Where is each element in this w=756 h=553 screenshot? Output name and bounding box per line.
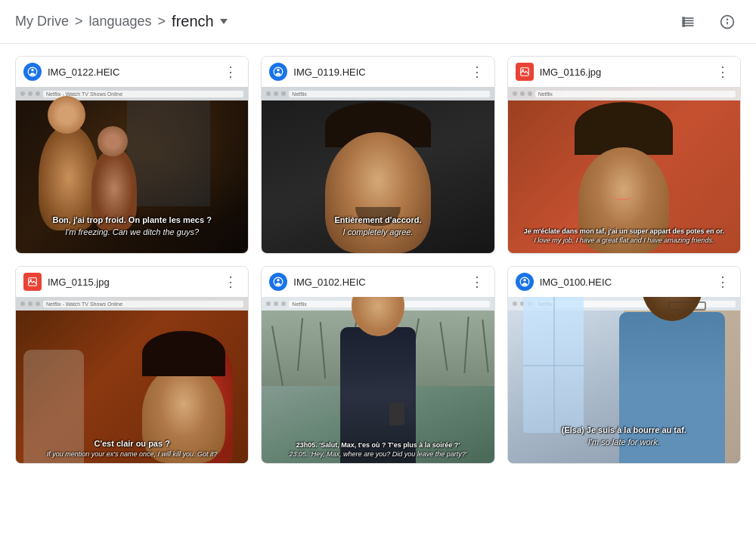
file-thumbnail: Netflix Entièrement d'accord. I complete…: [262, 87, 494, 253]
file-grid: IMG_0122.HEIC ⋮ Netflix - Watch TV Shows…: [0, 44, 756, 476]
file-name: IMG_0119.HEIC: [293, 66, 365, 78]
file-type-icon: [516, 63, 534, 81]
info-icon: [720, 14, 735, 29]
subtitle-english: I'm so late for work.: [516, 437, 733, 448]
file-card-img0122[interactable]: IMG_0122.HEIC ⋮ Netflix - Watch TV Shows…: [15, 56, 249, 254]
file-name: IMG_0100.HEIC: [540, 276, 612, 288]
subtitle-french: Je m'éclate dans mon taf, j'ai un super …: [516, 227, 733, 236]
svg-rect-5: [683, 19, 685, 21]
file-thumbnail: Netflix - Watch TV Shows Online C'est cl…: [16, 297, 248, 463]
file-card-img0116[interactable]: IMG_0116.jpg ⋮ Netflix Je m'éclate d: [507, 56, 741, 254]
svg-point-16: [522, 70, 523, 71]
subtitle-french: Entièrement d'accord.: [269, 215, 486, 226]
subtitle-french: C'est clair ou pas ?: [23, 438, 240, 450]
subtitle-english: I completely agree.: [269, 227, 486, 238]
svg-point-18: [30, 280, 32, 281]
file-thumbnail: Netflix - Watch TV Shows Online Bon, j'a…: [16, 87, 248, 253]
more-menu-button[interactable]: ⋮: [467, 63, 487, 80]
file-thumbnail: Netflix: [262, 297, 494, 463]
list-view-icon: [680, 14, 696, 29]
card-header: IMG_0119.HEIC ⋮: [262, 57, 494, 87]
more-menu-button[interactable]: ⋮: [221, 273, 240, 290]
file-card-img0100[interactable]: IMG_0100.HEIC ⋮ Netflix: [507, 266, 741, 464]
file-name: IMG_0116.jpg: [540, 66, 602, 78]
svg-point-20: [277, 279, 280, 282]
svg-point-22: [523, 279, 526, 282]
card-header: IMG_0115.jpg ⋮: [16, 267, 248, 297]
subtitle-english: If you mention your ex's name once, I wi…: [23, 450, 240, 459]
card-header: IMG_0122.HEIC ⋮: [16, 57, 248, 87]
svg-rect-6: [683, 22, 685, 24]
file-type-icon: [23, 273, 42, 291]
chevron-down-icon: [220, 19, 228, 24]
file-thumbnail: Netflix (Elsa) Je suis à la bourre au ta…: [508, 297, 740, 463]
subtitle-french: Bon, j'ai trop froid. On plante les mecs…: [23, 215, 240, 226]
breadcrumb-sep1: >: [75, 14, 83, 29]
more-menu-button[interactable]: ⋮: [713, 63, 733, 80]
subtitle-french: 23h05. 'Salut, Max, t'es où ? T'es plus …: [269, 440, 486, 450]
file-card-img0102[interactable]: IMG_0102.HEIC ⋮ Netflix: [261, 266, 494, 464]
file-type-icon: [269, 63, 287, 81]
file-name: IMG_0102.HEIC: [293, 276, 365, 288]
subtitle-english: 23:05. 'Hey, Max, where are you? Did you…: [269, 450, 486, 459]
svg-rect-7: [683, 24, 685, 26]
subtitle-french: (Elsa) Je suis à la bourre au taf.: [516, 425, 733, 436]
breadcrumb-mid[interactable]: languages: [89, 14, 152, 29]
card-header: IMG_0102.HEIC ⋮: [262, 267, 494, 297]
file-name: IMG_0115.jpg: [48, 276, 110, 288]
breadcrumb: My Drive > languages > french: [15, 13, 228, 30]
card-title-area: IMG_0115.jpg: [23, 273, 110, 291]
card-header: IMG_0100.HEIC ⋮: [508, 267, 740, 297]
file-thumbnail: Netflix Je m'éclate dans mon taf, j'ai u…: [508, 87, 740, 253]
more-menu-button[interactable]: ⋮: [221, 63, 240, 80]
card-header: IMG_0116.jpg ⋮: [508, 57, 740, 87]
svg-point-14: [277, 69, 280, 72]
card-title-area: IMG_0119.HEIC: [269, 63, 365, 81]
header: My Drive > languages > french: [0, 0, 756, 44]
svg-point-12: [31, 69, 34, 72]
info-button[interactable]: [714, 8, 741, 36]
card-title-area: IMG_0100.HEIC: [516, 273, 612, 291]
file-type-icon: [269, 273, 287, 291]
breadcrumb-current[interactable]: french: [172, 13, 228, 30]
file-type-icon: [23, 63, 42, 81]
file-card-img0119[interactable]: IMG_0119.HEIC ⋮ Netflix Entièrement d'ac…: [261, 56, 494, 254]
breadcrumb-sep2: >: [158, 14, 166, 29]
breadcrumb-root[interactable]: My Drive: [15, 14, 69, 29]
card-title-area: IMG_0116.jpg: [516, 63, 602, 81]
subtitle-english: I'm freezing. Can we ditch the guys?: [23, 227, 240, 238]
svg-rect-4: [683, 17, 685, 19]
file-type-icon: [516, 273, 534, 291]
header-actions: [674, 8, 741, 36]
more-menu-button[interactable]: ⋮: [713, 273, 733, 290]
file-card-img0115[interactable]: IMG_0115.jpg ⋮ Netflix - Watch TV Shows …: [15, 266, 249, 464]
file-name: IMG_0122.HEIC: [48, 66, 119, 78]
more-menu-button[interactable]: ⋮: [467, 273, 487, 290]
card-title-area: IMG_0122.HEIC: [23, 63, 119, 81]
subtitle-english: I love my job, I have a great flat and I…: [516, 236, 733, 246]
breadcrumb-current-label: french: [172, 13, 214, 30]
card-title-area: IMG_0102.HEIC: [269, 273, 365, 291]
list-view-button[interactable]: [674, 8, 702, 36]
